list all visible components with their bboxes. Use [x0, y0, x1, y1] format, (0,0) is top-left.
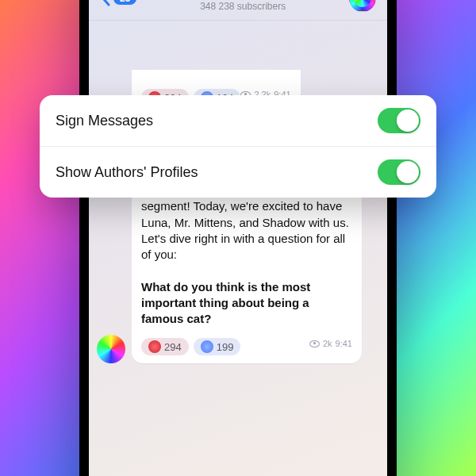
reaction[interactable]: 199	[194, 338, 241, 355]
paw-icon	[201, 340, 213, 353]
message-body: Welcome to our special interview segment…	[141, 182, 352, 327]
message-time: 9:41	[336, 339, 352, 348]
channel-subtitle: 348 238 subscribers	[143, 1, 343, 12]
phone-frame: 9:41 23 Cat News Network 348 238 subscri…	[79, 0, 397, 476]
setting-label: Show Authors' Profiles	[56, 164, 198, 181]
reaction-count: 199	[217, 341, 234, 353]
message-bold: What do you think is the most important …	[141, 280, 310, 326]
message-avatar[interactable]	[97, 335, 125, 363]
header-title-block[interactable]: Cat News Network 348 238 subscribers	[143, 0, 343, 12]
channel-avatar[interactable]	[349, 0, 376, 12]
channel-header: 23 Cat News Network 348 238 subscribers	[89, 0, 387, 21]
unread-badge: 23	[113, 0, 136, 5]
settings-overlay: Sign Messages Show Authors' Profiles	[40, 95, 436, 198]
reactions: 294 199	[141, 338, 240, 355]
toggle-switch[interactable]	[378, 159, 420, 185]
toggle-switch[interactable]	[378, 108, 420, 133]
views-icon	[309, 340, 320, 347]
setting-show-authors-profiles[interactable]: Show Authors' Profiles	[40, 146, 436, 198]
chat-scroll[interactable]: 304 104 2.2k 9:41 64 Comments ›	[89, 21, 387, 476]
message-meta: 2k 9:41	[309, 339, 352, 348]
setting-label: Sign Messages	[56, 113, 153, 129]
back-button[interactable]: 23	[100, 0, 136, 6]
views-count: 2k	[323, 339, 332, 348]
setting-sign-messages[interactable]: Sign Messages	[40, 95, 436, 146]
heart-eyes-icon	[148, 340, 161, 353]
chevron-left-icon	[100, 0, 111, 6]
reaction-count: 294	[164, 341, 182, 353]
reaction[interactable]: 294	[141, 338, 189, 355]
screen: 9:41 23 Cat News Network 348 238 subscri…	[89, 0, 387, 476]
